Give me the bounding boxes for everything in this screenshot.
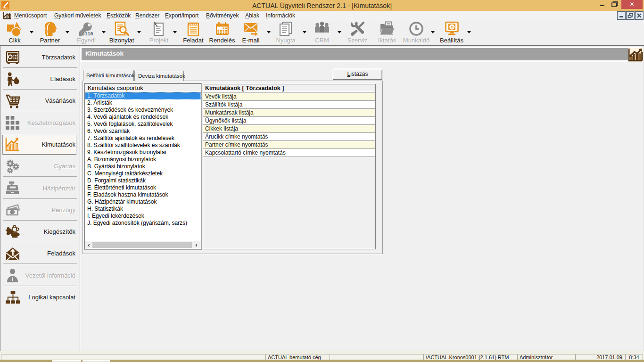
svg-text:0110: 0110 [82, 32, 93, 36]
